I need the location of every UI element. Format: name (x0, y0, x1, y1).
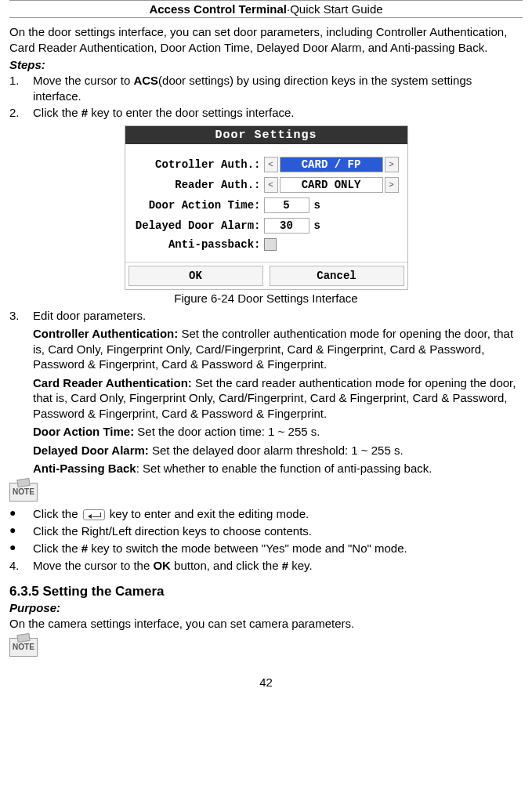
delayed-alarm-value[interactable]: 30 (264, 218, 309, 234)
step-1: 1. Move the cursor to ACS(door settings)… (9, 73, 523, 103)
reader-auth-value[interactable]: CARD ONLY (280, 177, 383, 193)
def-anti-passback: : Set whether to enable the function of … (136, 462, 432, 475)
cancel-button[interactable]: Cancel (270, 266, 404, 286)
def-door-action: Set the door action time: 1 ~ 255 s. (137, 425, 320, 438)
step-3-body: Edit door parameters. (33, 308, 523, 324)
purpose-label: Purpose: (9, 601, 523, 614)
controller-auth-label: Cotroller Auth.: (132, 158, 264, 171)
note-icon: NOTE (9, 483, 38, 502)
bullet-dot: ● (9, 540, 33, 556)
step-1-num: 1. (9, 73, 33, 103)
left-arrow-button[interactable]: < (264, 157, 278, 172)
step-2: 2. Click the # key to enter the door set… (9, 105, 523, 121)
section-heading: 6.3.5 Setting the Camera (9, 584, 523, 599)
header-bold: Access Control Terminal (149, 2, 287, 16)
def-door-action-b: Door Action Time: (33, 425, 137, 438)
bullet-dot: ● (9, 523, 33, 539)
step-2-num: 2. (9, 105, 33, 121)
step-1-body: Move the cursor to ACS(door settings) by… (33, 73, 523, 103)
step-3: 3. Edit door parameters. (9, 308, 523, 324)
door-action-time-row: Door Action Time: 5 s (132, 197, 401, 213)
right-arrow-button[interactable]: > (385, 157, 399, 172)
step-3-num: 3. (9, 308, 33, 324)
right-arrow-button[interactable]: > (385, 177, 399, 193)
door-panel-title: Door Settings (125, 126, 407, 144)
left-arrow-button[interactable]: < (264, 177, 278, 193)
figure-caption: Figure 6-24 Door Settings Interface (9, 292, 523, 305)
delayed-alarm-row: Delayed Door Alarm: 30 s (132, 218, 401, 234)
bullet-dot: ● (9, 505, 33, 522)
def-delayed-alarm-b: Delayed Door Alarm: (33, 444, 152, 457)
door-button-row: OK Cancel (125, 262, 407, 289)
camera-purpose-text: On the camera settings interface, you ca… (9, 616, 523, 632)
bullet-3: ● Click the # key to switch the mode bet… (9, 540, 523, 556)
door-settings-panel: Door Settings Cotroller Auth.: < CARD / … (125, 125, 408, 290)
step-4-num: 4. (9, 558, 33, 574)
reader-auth-label: Reader Auth.: (132, 179, 264, 191)
door-action-time-label: Door Action Time: (132, 199, 264, 212)
controller-auth-row: Cotroller Auth.: < CARD / FP > (132, 157, 401, 172)
steps-label: Steps: (9, 58, 523, 71)
page-number: 42 (9, 675, 523, 689)
delayed-alarm-unit: s (314, 219, 320, 232)
bullet-1: ● Click the key to enter and exit the ed… (9, 505, 523, 522)
ok-button[interactable]: OK (128, 266, 263, 286)
door-settings-figure: Door Settings Cotroller Auth.: < CARD / … (9, 125, 523, 290)
def-reader-auth-b: Card Reader Authentication: (33, 376, 195, 389)
door-action-time-unit: s (314, 199, 320, 212)
header-rest: Quick Start Guide (290, 2, 382, 16)
controller-auth-value[interactable]: CARD / FP (280, 157, 383, 172)
anti-passback-checkbox[interactable] (264, 238, 277, 251)
def-anti-passback-b: Anti-Passing Back (33, 462, 136, 475)
definitions-block: Controller Authentication: Set the contr… (33, 326, 523, 476)
reader-auth-row: Reader Auth.: < CARD ONLY > (132, 177, 401, 193)
note-icon: NOTE (9, 638, 38, 657)
delayed-alarm-label: Delayed Door Alarm: (132, 219, 264, 232)
anti-passback-row: Anti-passback: (132, 238, 401, 251)
door-action-time-value[interactable]: 5 (264, 197, 309, 213)
intro-paragraph: On the door settings interface, you can … (9, 24, 523, 55)
def-controller-auth-b: Controller Authentication: (33, 327, 181, 340)
bullet-2: ● Click the Right/Left direction keys to… (9, 523, 523, 539)
anti-passback-label: Anti-passback: (132, 238, 264, 251)
step-4: 4. Move the cursor to the OK button, and… (9, 558, 523, 574)
enter-key-icon (83, 509, 105, 520)
def-delayed-alarm: Set the delayed door alarm threshold: 1 … (152, 444, 404, 457)
step-4-body: Move the cursor to the OK button, and cl… (33, 558, 523, 574)
page-header: Access Control Terminal·Quick Start Guid… (9, 0, 523, 18)
step-2-body: Click the # key to enter the door settin… (33, 105, 523, 121)
